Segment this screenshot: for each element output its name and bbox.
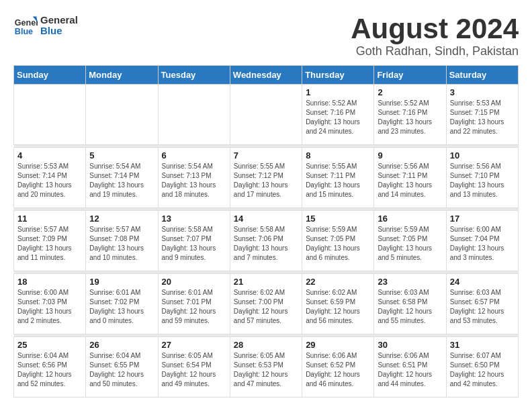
calendar-cell: 5Sunrise: 5:54 AMSunset: 7:14 PMDaylight… xyxy=(86,148,158,208)
day-info: Sunrise: 6:01 AMSunset: 7:02 PMDaylight:… xyxy=(89,288,154,326)
day-info: Sunrise: 6:00 AMSunset: 7:04 PMDaylight:… xyxy=(450,225,515,263)
day-info: Sunrise: 5:54 AMSunset: 7:14 PMDaylight:… xyxy=(89,162,154,199)
calendar-cell: 31Sunrise: 6:07 AMSunset: 6:50 PMDayligh… xyxy=(446,337,518,398)
day-info: Sunrise: 6:06 AMSunset: 6:51 PMDaylight:… xyxy=(378,351,442,389)
title-block: August 2024 Goth Radhan, Sindh, Pakistan xyxy=(351,13,519,58)
day-number: 16 xyxy=(378,214,442,224)
day-info: Sunrise: 5:55 AMSunset: 7:11 PMDaylight:… xyxy=(306,162,370,199)
day-number: 27 xyxy=(162,340,226,350)
header-day: Saturday xyxy=(446,66,518,85)
calendar-cell: 25Sunrise: 6:04 AMSunset: 6:56 PMDayligh… xyxy=(14,337,86,398)
day-number: 20 xyxy=(162,277,226,287)
day-info: Sunrise: 5:53 AMSunset: 7:14 PMDaylight:… xyxy=(17,162,82,199)
header-day: Sunday xyxy=(14,66,86,85)
day-number: 30 xyxy=(378,340,442,350)
week-row: 1Sunrise: 5:52 AMSunset: 7:16 PMDaylight… xyxy=(14,85,519,145)
day-info: Sunrise: 6:02 AMSunset: 7:00 PMDaylight:… xyxy=(234,288,298,326)
day-number: 1 xyxy=(306,87,370,97)
header-day: Wednesday xyxy=(230,66,302,85)
calendar-cell: 19Sunrise: 6:01 AMSunset: 7:02 PMDayligh… xyxy=(86,274,158,334)
calendar-cell: 8Sunrise: 5:55 AMSunset: 7:11 PMDaylight… xyxy=(302,148,374,208)
day-info: Sunrise: 6:04 AMSunset: 6:55 PMDaylight:… xyxy=(89,351,154,389)
calendar-cell: 11Sunrise: 5:57 AMSunset: 7:09 PMDayligh… xyxy=(14,211,86,271)
calendar-cell: 1Sunrise: 5:52 AMSunset: 7:16 PMDaylight… xyxy=(302,85,374,145)
calendar-cell: 14Sunrise: 5:58 AMSunset: 7:06 PMDayligh… xyxy=(230,211,302,271)
day-info: Sunrise: 5:56 AMSunset: 7:11 PMDaylight:… xyxy=(378,162,442,199)
day-info: Sunrise: 5:57 AMSunset: 7:09 PMDaylight:… xyxy=(17,225,82,263)
day-number: 17 xyxy=(450,214,515,224)
logo-icon: General Blue xyxy=(13,13,38,38)
day-info: Sunrise: 5:57 AMSunset: 7:08 PMDaylight:… xyxy=(89,225,154,263)
calendar-cell: 26Sunrise: 6:04 AMSunset: 6:55 PMDayligh… xyxy=(86,337,158,398)
day-info: Sunrise: 5:58 AMSunset: 7:07 PMDaylight:… xyxy=(162,225,226,263)
calendar-cell: 10Sunrise: 5:56 AMSunset: 7:10 PMDayligh… xyxy=(446,148,518,208)
day-number: 11 xyxy=(17,214,82,224)
calendar-cell: 12Sunrise: 5:57 AMSunset: 7:08 PMDayligh… xyxy=(86,211,158,271)
logo-blue: Blue xyxy=(40,26,78,37)
day-number: 7 xyxy=(234,150,298,161)
calendar-cell: 13Sunrise: 5:58 AMSunset: 7:07 PMDayligh… xyxy=(158,211,230,271)
day-number: 12 xyxy=(89,214,154,224)
calendar-cell: 30Sunrise: 6:06 AMSunset: 6:51 PMDayligh… xyxy=(374,337,446,398)
calendar-cell: 29Sunrise: 6:06 AMSunset: 6:52 PMDayligh… xyxy=(302,337,374,398)
day-number: 31 xyxy=(450,340,515,350)
calendar-cell: 9Sunrise: 5:56 AMSunset: 7:11 PMDaylight… xyxy=(374,148,446,208)
day-number: 8 xyxy=(306,150,370,161)
week-row: 11Sunrise: 5:57 AMSunset: 7:09 PMDayligh… xyxy=(14,211,519,271)
day-info: Sunrise: 5:58 AMSunset: 7:06 PMDaylight:… xyxy=(234,225,298,263)
day-number: 21 xyxy=(234,277,298,287)
day-number: 2 xyxy=(378,87,442,97)
header-day: Tuesday xyxy=(158,66,230,85)
day-number: 18 xyxy=(17,277,82,287)
location: Goth Radhan, Sindh, Pakistan xyxy=(351,44,519,58)
day-info: Sunrise: 6:06 AMSunset: 6:52 PMDaylight:… xyxy=(306,351,370,389)
day-info: Sunrise: 5:53 AMSunset: 7:15 PMDaylight:… xyxy=(450,99,515,136)
calendar-cell: 23Sunrise: 6:03 AMSunset: 6:58 PMDayligh… xyxy=(374,274,446,334)
calendar-cell xyxy=(158,85,230,145)
calendar-cell: 20Sunrise: 6:01 AMSunset: 7:01 PMDayligh… xyxy=(158,274,230,334)
day-info: Sunrise: 6:07 AMSunset: 6:50 PMDaylight:… xyxy=(450,351,515,389)
day-info: Sunrise: 5:59 AMSunset: 7:05 PMDaylight:… xyxy=(378,225,442,263)
calendar-cell: 4Sunrise: 5:53 AMSunset: 7:14 PMDaylight… xyxy=(14,148,86,208)
day-info: Sunrise: 5:56 AMSunset: 7:10 PMDaylight:… xyxy=(450,162,515,199)
logo-general: General xyxy=(40,15,78,26)
calendar-cell xyxy=(230,85,302,145)
calendar-cell: 2Sunrise: 5:52 AMSunset: 7:16 PMDaylight… xyxy=(374,85,446,145)
day-number: 14 xyxy=(234,214,298,224)
day-info: Sunrise: 6:01 AMSunset: 7:01 PMDaylight:… xyxy=(162,288,226,326)
svg-text:Blue: Blue xyxy=(15,27,33,36)
day-number: 19 xyxy=(89,277,154,287)
day-number: 10 xyxy=(450,150,515,161)
day-info: Sunrise: 6:00 AMSunset: 7:03 PMDaylight:… xyxy=(17,288,82,326)
week-row: 4Sunrise: 5:53 AMSunset: 7:14 PMDaylight… xyxy=(14,148,519,208)
day-info: Sunrise: 5:52 AMSunset: 7:16 PMDaylight:… xyxy=(378,99,442,136)
calendar-cell: 3Sunrise: 5:53 AMSunset: 7:15 PMDaylight… xyxy=(446,85,518,145)
calendar-cell xyxy=(86,85,158,145)
day-info: Sunrise: 6:02 AMSunset: 6:59 PMDaylight:… xyxy=(306,288,370,326)
calendar-cell: 6Sunrise: 5:54 AMSunset: 7:13 PMDaylight… xyxy=(158,148,230,208)
calendar-cell: 22Sunrise: 6:02 AMSunset: 6:59 PMDayligh… xyxy=(302,274,374,334)
page-header: General Blue General Blue August 2024 Go… xyxy=(13,13,519,58)
header-day: Friday xyxy=(374,66,446,85)
day-number: 6 xyxy=(162,150,226,161)
header-row: SundayMondayTuesdayWednesdayThursdayFrid… xyxy=(14,66,519,85)
header-day: Thursday xyxy=(302,66,374,85)
day-number: 3 xyxy=(450,87,515,97)
day-info: Sunrise: 6:03 AMSunset: 6:57 PMDaylight:… xyxy=(450,288,515,326)
calendar-cell: 24Sunrise: 6:03 AMSunset: 6:57 PMDayligh… xyxy=(446,274,518,334)
day-info: Sunrise: 5:54 AMSunset: 7:13 PMDaylight:… xyxy=(162,162,226,199)
day-number: 22 xyxy=(306,277,370,287)
calendar-cell: 17Sunrise: 6:00 AMSunset: 7:04 PMDayligh… xyxy=(446,211,518,271)
day-info: Sunrise: 5:59 AMSunset: 7:05 PMDaylight:… xyxy=(306,225,370,263)
day-number: 4 xyxy=(17,150,82,161)
week-row: 25Sunrise: 6:04 AMSunset: 6:56 PMDayligh… xyxy=(14,337,519,398)
calendar-cell: 15Sunrise: 5:59 AMSunset: 7:05 PMDayligh… xyxy=(302,211,374,271)
calendar-cell: 18Sunrise: 6:00 AMSunset: 7:03 PMDayligh… xyxy=(14,274,86,334)
day-info: Sunrise: 5:55 AMSunset: 7:12 PMDaylight:… xyxy=(234,162,298,199)
month-title: August 2024 xyxy=(351,13,519,44)
day-number: 24 xyxy=(450,277,515,287)
calendar-table: SundayMondayTuesdayWednesdayThursdayFrid… xyxy=(13,65,519,398)
calendar-cell: 28Sunrise: 6:05 AMSunset: 6:53 PMDayligh… xyxy=(230,337,302,398)
day-info: Sunrise: 6:04 AMSunset: 6:56 PMDaylight:… xyxy=(17,351,82,389)
calendar-cell: 7Sunrise: 5:55 AMSunset: 7:12 PMDaylight… xyxy=(230,148,302,208)
